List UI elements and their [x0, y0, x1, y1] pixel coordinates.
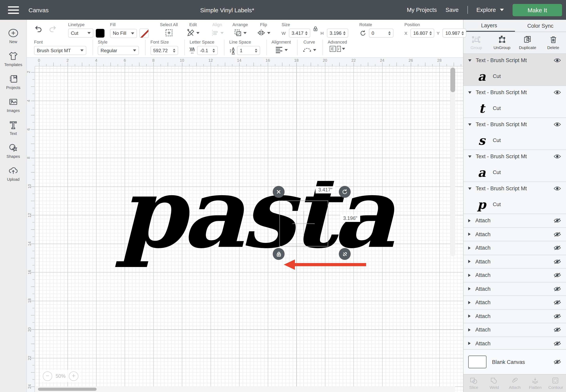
undo-icon[interactable]: [34, 25, 43, 33]
attach-row[interactable]: Attach: [464, 255, 566, 269]
layer-group[interactable]: Text - Brush Script Mt t Cut: [464, 86, 566, 118]
visibility-toggle[interactable]: [553, 259, 561, 264]
duplicate-button[interactable]: Duplicate: [515, 32, 540, 53]
lock-handle[interactable]: [273, 248, 285, 260]
my-projects-link[interactable]: My Projects: [407, 7, 437, 13]
chevron-right-icon[interactable]: [468, 219, 471, 222]
chevron-right-icon[interactable]: [468, 246, 471, 250]
layer-group-header[interactable]: Text - Brush Script Mt: [464, 86, 566, 99]
chevron-right-icon[interactable]: [468, 315, 471, 318]
attach-row[interactable]: Attach: [464, 269, 566, 282]
stepper-arrows[interactable]: [428, 31, 432, 35]
chevron-down-icon[interactable]: [468, 187, 471, 190]
visibility-toggle[interactable]: [553, 286, 561, 292]
select-all-icon[interactable]: [164, 28, 173, 37]
sidebar-item-text[interactable]: Text: [8, 119, 19, 136]
sidebar-item-new[interactable]: New: [8, 28, 19, 44]
visibility-toggle[interactable]: [553, 122, 561, 127]
visibility-toggle[interactable]: [553, 359, 561, 365]
chevron-right-icon[interactable]: [468, 274, 471, 277]
edit-menu[interactable]: [187, 28, 200, 37]
position-y-input[interactable]: 10.987: [443, 28, 466, 38]
visibility-toggle[interactable]: [553, 232, 561, 237]
attach-row[interactable]: Attach: [464, 309, 566, 323]
width-input[interactable]: 3.417: [289, 28, 310, 38]
attach-row[interactable]: Attach: [464, 337, 566, 349]
fill-dropdown[interactable]: No Fill: [110, 29, 137, 38]
position-x-input[interactable]: 16.807: [410, 28, 434, 38]
sidebar-item-shapes[interactable]: Shapes: [7, 142, 20, 159]
make-it-button[interactable]: Make It: [513, 4, 562, 16]
stepper-arrows[interactable]: [387, 31, 391, 35]
ungroup-button[interactable]: UnGroup: [489, 32, 515, 53]
advanced-menu[interactable]: E i: [330, 46, 345, 52]
canvas-text-pasta[interactable]: pasta: [118, 165, 391, 262]
chevron-down-icon[interactable]: [468, 59, 471, 61]
selection-bounding-box[interactable]: [279, 201, 328, 246]
stepper-arrows[interactable]: [211, 48, 215, 52]
vertical-scrollbar-thumb[interactable]: [450, 68, 455, 92]
layer-sublayer[interactable]: a Cut: [464, 163, 566, 182]
rotate-handle[interactable]: [339, 186, 351, 198]
sidebar-item-upload[interactable]: Upload: [7, 165, 19, 182]
linetype-dropdown[interactable]: Cut: [68, 28, 93, 38]
stepper-arrows[interactable]: [460, 31, 464, 35]
chevron-right-icon[interactable]: [468, 301, 471, 304]
visibility-toggle[interactable]: [553, 154, 561, 159]
visibility-toggle[interactable]: [553, 186, 561, 191]
design-canvas[interactable]: pasta 3.417" 3.196" − 50%: [27, 58, 463, 392]
layer-sublayer[interactable]: s Cut: [464, 131, 566, 150]
no-fill-swatch[interactable]: [139, 28, 149, 38]
chevron-right-icon[interactable]: [468, 260, 471, 263]
layer-group-header[interactable]: Text - Brush Script Mt: [464, 150, 566, 163]
stepper-arrows[interactable]: [342, 31, 346, 35]
chevron-down-icon[interactable]: [468, 155, 471, 158]
sidebar-item-images[interactable]: Images: [7, 97, 20, 113]
stepper-arrows[interactable]: [253, 48, 257, 52]
layer-group[interactable]: Text - Brush Script Mt a Cut: [464, 54, 566, 86]
rotate-input[interactable]: 0: [369, 28, 393, 38]
visibility-toggle[interactable]: [553, 218, 561, 223]
font-size-input[interactable]: 592.72: [150, 46, 178, 55]
visibility-toggle[interactable]: [553, 314, 561, 319]
delete-button[interactable]: Delete: [540, 32, 566, 53]
blank-canvas-swatch[interactable]: [468, 356, 486, 368]
stepper-arrows[interactable]: [171, 48, 175, 52]
attach-row[interactable]: Attach: [464, 323, 566, 337]
visibility-toggle[interactable]: [553, 341, 561, 346]
attach-row[interactable]: Attach: [464, 282, 566, 296]
visibility-toggle[interactable]: [553, 90, 561, 95]
redo-icon[interactable]: [48, 25, 57, 33]
style-dropdown[interactable]: Regular: [98, 46, 139, 55]
curve-menu[interactable]: [302, 46, 316, 54]
visibility-toggle[interactable]: [553, 273, 561, 278]
visibility-toggle[interactable]: [553, 327, 561, 333]
horizontal-scrollbar-thumb[interactable]: [38, 388, 97, 391]
visibility-toggle[interactable]: [553, 58, 561, 63]
resize-handle[interactable]: [339, 248, 351, 260]
canvas-grid[interactable]: pasta 3.417" 3.196" − 50%: [35, 67, 463, 392]
visibility-toggle[interactable]: [553, 245, 561, 251]
linetype-color-swatch[interactable]: [96, 29, 104, 37]
size-lock-icon[interactable]: [313, 26, 318, 32]
sidebar-item-templates[interactable]: Templates: [4, 51, 22, 67]
chevron-down-icon[interactable]: [468, 91, 471, 94]
rotate-icon[interactable]: [359, 29, 366, 37]
chevron-down-icon[interactable]: [500, 9, 504, 11]
layer-group-header[interactable]: Text - Brush Script Mt: [464, 54, 566, 67]
vertical-scrollbar-track[interactable]: [450, 67, 455, 256]
chevron-right-icon[interactable]: [468, 287, 471, 291]
attach-row[interactable]: Attach: [464, 214, 566, 228]
flip-menu[interactable]: [257, 28, 271, 37]
hamburger-menu-icon[interactable]: [8, 6, 19, 14]
attach-row[interactable]: Attach: [464, 241, 566, 255]
line-space-input[interactable]: 1: [237, 46, 260, 55]
layer-sublayer[interactable]: p Cut: [464, 195, 566, 214]
tab-layers[interactable]: Layers: [464, 20, 515, 32]
chevron-right-icon[interactable]: [468, 328, 471, 332]
layer-group[interactable]: Text - Brush Script Mt s Cut: [464, 118, 566, 150]
zoom-out-button[interactable]: −: [43, 371, 52, 381]
letter-space-input[interactable]: -0.1: [197, 46, 218, 55]
attach-row[interactable]: Attach: [464, 228, 566, 241]
stepper-arrows[interactable]: [304, 31, 307, 35]
